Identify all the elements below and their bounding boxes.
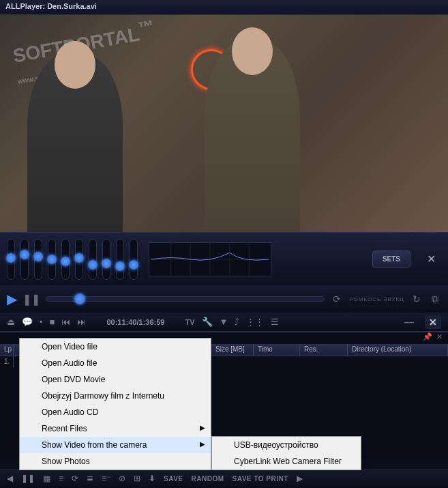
prev-bottom-icon[interactable]: ◀ <box>7 474 13 483</box>
subtitle-icon[interactable]: 💬 <box>22 317 33 327</box>
submenu-cyberlink[interactable]: CyberLink Web Camera Filter <box>212 453 361 470</box>
eject-icon[interactable]: ⏏ <box>7 317 15 327</box>
seek-thumb[interactable] <box>74 293 85 304</box>
time-display: 00:11:40/1:36:59 <box>106 318 164 326</box>
eq-slider[interactable] <box>116 239 124 280</box>
eq-slider[interactable] <box>20 239 29 280</box>
pause-icon[interactable]: ❚❚ <box>23 293 40 306</box>
list3-icon[interactable]: ≡⁻ <box>102 474 110 483</box>
filter-icon[interactable]: ▼ <box>220 317 228 327</box>
menu-recent-files[interactable]: Recent Files▶ <box>20 420 211 437</box>
context-submenu: USB-видеоустройство CyberLink Web Camera… <box>211 436 361 470</box>
eq-slider[interactable] <box>75 239 83 280</box>
eq-slider[interactable] <box>7 239 15 280</box>
grid-icon[interactable]: ⋮⋮ <box>246 317 264 327</box>
grid2-icon[interactable]: ⊞ <box>134 474 140 483</box>
wrench-icon[interactable]: 🔧 <box>202 317 213 327</box>
save-button[interactable]: SAVE <box>164 475 183 483</box>
menu-open-video[interactable]: Open Video file <box>20 339 211 355</box>
stop-icon[interactable]: ■ <box>50 317 55 327</box>
close-playlist-icon[interactable]: ✕ <box>436 332 443 344</box>
video-display[interactable]: SOFTPORTAL™ www.softportal.com <box>0 15 448 232</box>
dot-icon[interactable]: • <box>40 317 43 327</box>
down-icon[interactable]: ⬇ <box>149 474 155 483</box>
col-dir[interactable]: Directory (Location) <box>348 344 448 356</box>
clear-icon[interactable]: ⊘ <box>119 474 125 483</box>
list-icon[interactable]: ☰ <box>271 317 279 327</box>
eq-sliders-group <box>7 239 138 280</box>
chevron-right-icon: ▶ <box>200 440 205 448</box>
grid-bottom-icon[interactable]: ▦ <box>43 474 50 483</box>
next-bottom-icon[interactable]: ▶ <box>297 474 303 483</box>
eq-slider[interactable] <box>48 239 56 280</box>
menu-show-photos[interactable]: Show Photos <box>20 453 211 470</box>
toolbar: ⏏ 💬 • ■ ⏮ ⏭ 00:11:40/1:36:59 TV 🔧 ▼ ⤴ ⋮⋮… <box>0 313 448 332</box>
seek-panel: ▶ ❚❚ ⟳ РОМКОСЬ ЗВУКЦ ↻ ⧉ <box>0 285 448 313</box>
repeat-icon[interactable]: ⟳ <box>330 293 344 304</box>
play-icon[interactable]: ▶ <box>7 291 17 307</box>
col-lp[interactable]: Lp <box>0 344 14 356</box>
seek-slider[interactable] <box>46 296 325 302</box>
repeat-bottom-icon[interactable]: ⟳ <box>72 474 78 483</box>
eq-slider[interactable] <box>89 239 97 280</box>
sets-button[interactable]: SETS <box>372 250 410 268</box>
waveform-display <box>149 242 271 276</box>
video-content-person <box>205 41 300 232</box>
chevron-right-icon: ▶ <box>200 424 205 431</box>
share-icon[interactable]: ⤴ <box>235 317 239 327</box>
minimize-button[interactable]: — <box>400 315 418 329</box>
eq-slider[interactable] <box>61 239 70 280</box>
fullscreen-icon[interactable]: ⧉ <box>429 293 441 305</box>
video-content-person <box>27 55 123 232</box>
close-eq-icon[interactable]: ✕ <box>421 250 441 268</box>
menu-open-audio[interactable]: Open Audio file <box>20 355 211 371</box>
volume-label: РОМКОСЬ ЗВУКЦ <box>349 296 404 302</box>
eq-slider[interactable] <box>130 239 138 280</box>
menu-open-dvd[interactable]: Open DVD Movie <box>20 371 211 388</box>
save-to-print-button[interactable]: SAVE TO PRINT <box>233 475 288 483</box>
bottom-panel: ◀ ❚❚ ▦ ≡ ⟳ ≣ ≡⁻ ⊘ ⊞ ⬇ SAVE RANDOM SAVE T… <box>0 469 448 488</box>
menu-internet-film[interactable]: Obejrzyj Darmowy film z Internetu <box>20 388 211 404</box>
equalizer-panel: SETS ✕ <box>0 232 448 285</box>
context-menu: Open Video file Open Audio file Open DVD… <box>19 338 211 470</box>
next-icon[interactable]: ⏭ <box>77 317 86 327</box>
col-size[interactable]: Size [MB] <box>211 344 254 356</box>
submenu-usb-video[interactable]: USB-видеоустройство <box>212 437 361 453</box>
menu-open-audio-cd[interactable]: Open Audio CD <box>20 404 211 420</box>
close-button[interactable]: ✕ <box>425 315 441 329</box>
prev-icon[interactable]: ⏮ <box>61 317 70 327</box>
col-res[interactable]: Res. <box>300 344 348 356</box>
row-num: 1. <box>0 356 14 367</box>
col-time[interactable]: Time <box>254 344 300 356</box>
random-button[interactable]: RANDOM <box>192 475 224 483</box>
pin-icon[interactable]: 📌 <box>423 332 432 344</box>
title-bar: ALLPlayer: Den.Surka.avi <box>0 0 448 15</box>
eq-slider[interactable] <box>102 239 110 280</box>
menu-show-video-camera[interactable]: Show Video from the camera▶ <box>20 437 211 453</box>
list2-icon[interactable]: ≣ <box>87 474 93 483</box>
pause-bottom-icon[interactable]: ❚❚ <box>21 474 35 483</box>
refresh-icon[interactable]: ↻ <box>410 293 423 304</box>
tv-button[interactable]: TV <box>185 318 194 326</box>
eq-slider[interactable] <box>34 239 42 280</box>
list1-icon[interactable]: ≡ <box>59 474 63 483</box>
